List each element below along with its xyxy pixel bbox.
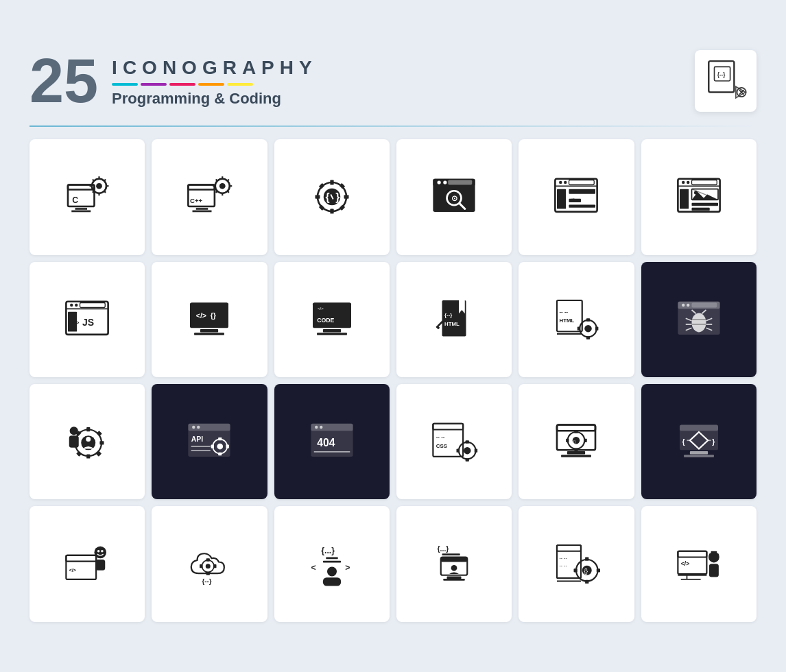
svg-rect-132 — [86, 427, 90, 431]
svg-text:{...}: {...} — [438, 544, 449, 552]
svg-rect-194 — [67, 555, 97, 561]
svg-rect-242 — [711, 551, 717, 553]
svg-rect-83 — [80, 302, 106, 307]
icon-code-review-person[interactable]: </> — [29, 506, 145, 621]
svg-point-142 — [70, 427, 78, 435]
svg-text:</>: </> — [72, 320, 79, 325]
svg-rect-210 — [323, 560, 341, 562]
svg-rect-169 — [466, 459, 469, 461]
icon-api-settings[interactable]: API — [152, 384, 267, 499]
icon-error-404[interactable]: 404 — [274, 384, 390, 499]
svg-rect-220 — [447, 576, 462, 579]
svg-rect-119 — [691, 302, 717, 307]
icon-c-language-settings[interactable]: C — [29, 139, 145, 254]
icon-diamond-code-monitor[interactable]: { } — [641, 384, 757, 499]
icon-developer-settings[interactable] — [29, 384, 145, 499]
icon-code-teacher[interactable]: </> — [641, 506, 757, 621]
svg-text:C: C — [72, 195, 78, 205]
svg-point-34 — [219, 183, 226, 189]
svg-rect-41 — [344, 195, 348, 199]
svg-point-172 — [464, 447, 471, 455]
svg-rect-221 — [443, 579, 465, 581]
svg-rect-23 — [189, 185, 215, 190]
svg-rect-176 — [575, 431, 578, 433]
svg-rect-151 — [219, 453, 222, 455]
svg-text:{}: {} — [584, 568, 588, 575]
bar-orange — [198, 83, 224, 86]
svg-text:{}: {} — [573, 440, 576, 444]
svg-rect-164 — [433, 424, 464, 430]
svg-point-160 — [320, 426, 322, 429]
svg-rect-78 — [691, 208, 709, 211]
svg-text:</>: </> — [318, 306, 324, 311]
icon-html-settings[interactable]: -- -- HTML — [519, 262, 634, 377]
svg-text:API: API — [191, 435, 204, 443]
svg-point-82 — [75, 304, 78, 307]
svg-line-33 — [216, 191, 218, 193]
svg-line-31 — [228, 191, 230, 193]
svg-point-118 — [687, 304, 689, 307]
header-text: ICONOGRAPHY Programming & Coding — [112, 50, 318, 108]
svg-text:404: 404 — [317, 437, 335, 448]
svg-rect-182 — [567, 451, 585, 454]
svg-point-81 — [70, 304, 73, 307]
svg-rect-63 — [557, 189, 566, 209]
svg-point-52 — [438, 181, 441, 184]
icon-code-gear-monitor[interactable]: {} — [519, 384, 634, 499]
svg-line-15 — [93, 180, 95, 182]
svg-rect-216 — [442, 553, 460, 555]
bar-purple — [141, 83, 167, 86]
svg-rect-138 — [97, 431, 102, 436]
svg-point-198 — [101, 550, 104, 553]
icon-browser-bug[interactable] — [641, 262, 757, 377]
svg-rect-110 — [586, 336, 590, 339]
icon-javascript-browser[interactable]: </> JS — [29, 262, 145, 377]
icon-browser-search-code[interactable]: ⊙ — [396, 139, 512, 254]
svg-text:JS: JS — [82, 317, 94, 328]
svg-point-219 — [451, 564, 457, 571]
icon-html-notebook[interactable]: {--} HTML — [396, 262, 512, 377]
svg-rect-228 — [586, 579, 589, 583]
header: 25 ICONOGRAPHY Programming & Coding {--} — [29, 50, 757, 112]
svg-rect-152 — [211, 445, 214, 448]
svg-rect-171 — [475, 449, 477, 453]
svg-point-53 — [443, 181, 446, 184]
svg-rect-54 — [448, 180, 472, 185]
icon-developer-monitor[interactable]: {...} — [396, 506, 512, 621]
icon-cloud-code-settings[interactable]: {--} — [152, 506, 267, 621]
icon-css-settings[interactable]: -- -- CSS — [396, 384, 512, 499]
svg-rect-67 — [569, 205, 596, 208]
bar-yellow — [227, 83, 253, 86]
svg-rect-212 — [323, 577, 341, 586]
icon-monitor-code[interactable]: </> CODE — [274, 262, 390, 377]
svg-rect-150 — [219, 437, 222, 440]
icon-code-developer[interactable]: {...} < > — [274, 506, 390, 621]
svg-rect-143 — [69, 435, 79, 448]
svg-text:CODE: CODE — [317, 316, 334, 323]
icon-browser-image-layout[interactable] — [641, 139, 757, 254]
svg-point-120 — [691, 313, 706, 332]
svg-line-16 — [104, 191, 106, 193]
svg-rect-111 — [577, 326, 580, 330]
svg-rect-135 — [100, 441, 104, 444]
icon-monitor-code-brackets[interactable]: </> {} — [152, 262, 267, 377]
svg-text:-- --: -- -- — [560, 555, 568, 560]
icon-code-gear-board[interactable]: -- -- -- -- {} — [519, 506, 634, 621]
svg-text:{}: {} — [211, 311, 216, 320]
icon-cpp-language-settings[interactable]: C++ — [152, 139, 267, 254]
svg-rect-170 — [457, 449, 460, 453]
bar-pink — [169, 83, 195, 86]
icon-browser-code-layout[interactable]: </> — [519, 139, 634, 254]
svg-rect-88 — [190, 302, 228, 309]
svg-point-154 — [217, 444, 224, 450]
icon-code-gear[interactable]: { } — [274, 139, 390, 254]
svg-rect-177 — [575, 448, 578, 451]
preview-card: {--} — [695, 50, 757, 112]
svg-point-206 — [206, 564, 211, 568]
svg-text:}: } — [712, 437, 715, 446]
svg-text:</>: </> — [69, 567, 76, 572]
svg-text:HTML: HTML — [560, 317, 575, 324]
svg-rect-133 — [86, 455, 90, 459]
svg-rect-202 — [206, 558, 210, 561]
svg-rect-39 — [330, 209, 333, 214]
